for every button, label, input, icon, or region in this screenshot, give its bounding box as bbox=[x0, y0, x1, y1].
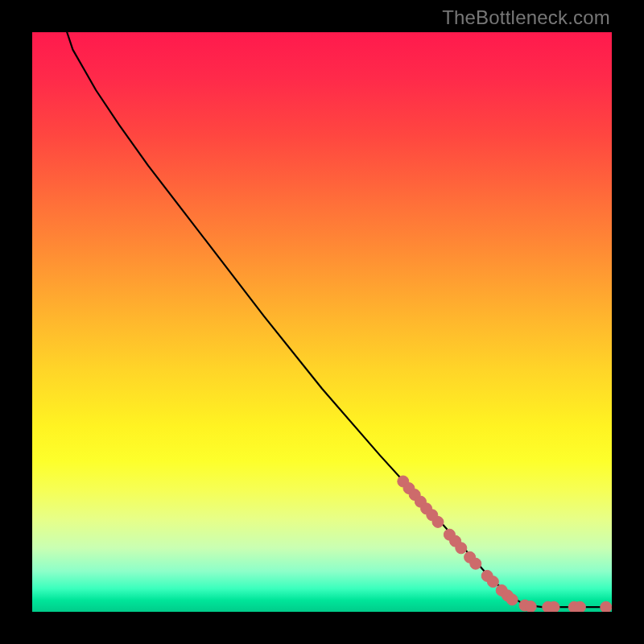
data-marker bbox=[456, 543, 467, 554]
curve-line bbox=[67, 32, 612, 607]
data-marker bbox=[432, 516, 444, 527]
data-marker bbox=[548, 601, 559, 612]
data-marker bbox=[525, 601, 536, 613]
chart-frame: TheBottleneck.com bbox=[0, 0, 644, 644]
marker-group bbox=[398, 476, 612, 612]
chart-svg bbox=[32, 32, 612, 612]
data-marker bbox=[574, 601, 585, 612]
watermark-text: TheBottleneck.com bbox=[442, 6, 610, 29]
data-marker bbox=[470, 558, 481, 569]
data-marker bbox=[487, 576, 498, 588]
data-marker bbox=[506, 594, 518, 605]
plot-area bbox=[32, 32, 612, 612]
data-marker bbox=[601, 601, 612, 612]
